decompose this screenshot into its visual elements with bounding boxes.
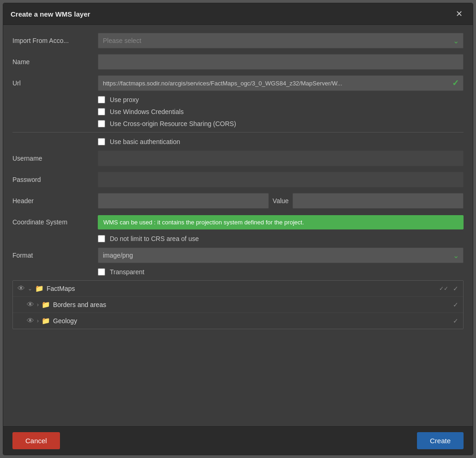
transparent-checkbox[interactable] bbox=[98, 268, 105, 276]
check-icon-borders: ✓ bbox=[453, 301, 458, 308]
use-basic-auth-row: Use basic authentication bbox=[98, 138, 464, 145]
layer-name-factmaps: FactMaps bbox=[47, 285, 436, 292]
transparent-label[interactable]: Transparent bbox=[110, 268, 144, 276]
double-check-icon-factmaps: ✓✓ bbox=[439, 285, 448, 292]
format-select[interactable]: image/png bbox=[98, 247, 464, 263]
url-wrapper: ✓ bbox=[98, 75, 464, 91]
layer-item-geology[interactable]: 👁 › 📁 Geology ✓ bbox=[13, 313, 463, 329]
eye-icon-borders[interactable]: 👁 bbox=[27, 301, 34, 309]
name-label: Name bbox=[12, 58, 98, 66]
import-from-row: Import From Acco... Please select ⌄ bbox=[12, 32, 464, 49]
coordinate-system-row: Coordinate System WMS can be used : it c… bbox=[12, 214, 464, 230]
do-not-limit-crs-label[interactable]: Do not limit to CRS area of use bbox=[110, 235, 199, 242]
username-input[interactable] bbox=[98, 151, 464, 166]
use-basic-auth-checkbox[interactable] bbox=[98, 138, 105, 145]
eye-icon-factmaps[interactable]: 👁 bbox=[18, 284, 25, 293]
use-cors-label[interactable]: Use Cross-origin Resource Sharing (CORS) bbox=[110, 120, 236, 127]
use-proxy-label[interactable]: Use proxy bbox=[110, 96, 139, 103]
close-button[interactable]: ✕ bbox=[453, 8, 465, 20]
dialog-titlebar: Create a new WMS layer ✕ bbox=[3, 3, 473, 25]
url-input[interactable] bbox=[98, 75, 464, 91]
create-wms-dialog: Create a new WMS layer ✕ Import From Acc… bbox=[3, 3, 473, 455]
do-not-limit-crs-checkbox[interactable] bbox=[98, 235, 105, 242]
folder-icon-factmaps: 📁 bbox=[35, 284, 44, 293]
url-row: Url ✓ bbox=[12, 75, 464, 91]
expand-icon-borders[interactable]: › bbox=[37, 301, 39, 308]
eye-icon-geology[interactable]: 👁 bbox=[27, 317, 34, 325]
layer-item-factmaps[interactable]: 👁 ⌄ 📁 FactMaps ✓✓ ✓ bbox=[13, 281, 463, 297]
header-row: Header Value bbox=[12, 193, 464, 209]
check-icon-factmaps: ✓ bbox=[453, 285, 458, 292]
header-input[interactable] bbox=[98, 193, 269, 209]
use-basic-auth-label[interactable]: Use basic authentication bbox=[110, 138, 180, 145]
coordinate-system-label: Coordinate System bbox=[12, 218, 98, 226]
header-value-wrapper: Value bbox=[98, 193, 464, 209]
use-cors-row: Use Cross-origin Resource Sharing (CORS) bbox=[98, 120, 464, 127]
expand-icon-geology[interactable]: › bbox=[37, 318, 39, 324]
value-input[interactable] bbox=[292, 193, 464, 209]
url-valid-icon: ✓ bbox=[452, 78, 459, 88]
coordinate-system-message: WMS can be used : it contains the projec… bbox=[98, 215, 464, 229]
header-label: Header bbox=[12, 197, 98, 205]
password-input[interactable] bbox=[98, 172, 464, 187]
expand-icon-factmaps[interactable]: ⌄ bbox=[28, 285, 32, 292]
password-label: Password bbox=[12, 176, 98, 183]
use-windows-credentials-checkbox[interactable] bbox=[98, 108, 105, 115]
use-proxy-checkbox[interactable] bbox=[98, 96, 105, 103]
dialog-footer: Cancel Create bbox=[3, 426, 473, 455]
folder-icon-geology: 📁 bbox=[42, 317, 50, 325]
format-label: Format bbox=[12, 252, 98, 259]
dialog-title: Create a new WMS layer bbox=[11, 10, 90, 18]
create-button[interactable]: Create bbox=[417, 432, 464, 449]
import-select-wrapper: Please select ⌄ bbox=[98, 33, 464, 48]
folder-icon-borders: 📁 bbox=[42, 301, 50, 309]
password-row: Password bbox=[12, 171, 464, 188]
transparent-row: Transparent bbox=[98, 268, 464, 276]
layer-item-borders[interactable]: 👁 › 📁 Borders and areas ✓ bbox=[13, 297, 463, 313]
dialog-body: Import From Acco... Please select ⌄ Name… bbox=[3, 25, 473, 426]
username-label: Username bbox=[12, 155, 98, 162]
layer-name-geology: Geology bbox=[53, 317, 450, 325]
username-row: Username bbox=[12, 150, 464, 167]
check-icon-geology: ✓ bbox=[453, 317, 458, 325]
value-label: Value bbox=[273, 197, 289, 205]
use-proxy-row: Use proxy bbox=[98, 96, 464, 103]
import-select[interactable]: Please select bbox=[98, 33, 464, 48]
name-input[interactable] bbox=[98, 54, 464, 70]
format-select-wrapper: image/png ⌄ bbox=[98, 247, 464, 263]
use-cors-checkbox[interactable] bbox=[98, 120, 105, 127]
url-label: Url bbox=[12, 79, 98, 87]
use-windows-credentials-label[interactable]: Use Windows Credentials bbox=[110, 108, 184, 115]
layers-section: 👁 ⌄ 📁 FactMaps ✓✓ ✓ 👁 › 📁 Borders and ar… bbox=[12, 280, 464, 329]
divider-1 bbox=[12, 132, 464, 133]
format-row: Format image/png ⌄ bbox=[12, 247, 464, 264]
layer-name-borders: Borders and areas bbox=[53, 301, 450, 308]
do-not-limit-crs-row: Do not limit to CRS area of use bbox=[98, 235, 464, 242]
import-label: Import From Acco... bbox=[12, 37, 98, 44]
name-row: Name bbox=[12, 54, 464, 70]
use-windows-credentials-row: Use Windows Credentials bbox=[98, 108, 464, 115]
cancel-button[interactable]: Cancel bbox=[12, 432, 60, 449]
